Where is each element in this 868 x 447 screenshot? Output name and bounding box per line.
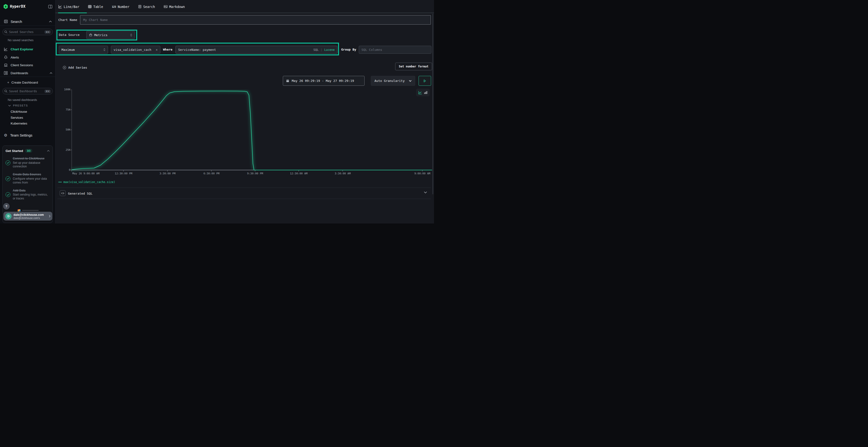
- saved-dashboards-input[interactable]: Saved Dashboards ⌘K: [2, 88, 53, 94]
- generated-sql-label: Generated SQL: [68, 192, 93, 195]
- calendar-icon: [286, 79, 289, 82]
- where-label: Where: [163, 48, 173, 51]
- hyperdx-logo-icon: [3, 4, 8, 9]
- sql-mode-toggle[interactable]: SQL: [313, 48, 319, 51]
- presets-label: PRESETS: [13, 104, 28, 107]
- y-axis-tick-label: 25K: [60, 148, 70, 151]
- divider: [57, 199, 431, 199]
- granularity-value: Auto Granularity: [374, 79, 405, 82]
- timeseries-plot[interactable]: [70, 90, 432, 173]
- select-chevrons-icon: [130, 34, 132, 36]
- get-started-item-add-data[interactable]: Add Data Start sending logs, metrics, or…: [5, 189, 50, 201]
- plus-circle-icon: [63, 66, 66, 69]
- create-dashboard-button[interactable]: + Create Dashboard: [7, 80, 38, 85]
- sidebar-section-search[interactable]: Search: [4, 18, 52, 25]
- metric-field-tag[interactable]: visa_validation_cach ×: [111, 46, 160, 54]
- saved-searches-input[interactable]: Saved Searches ⌘K: [2, 29, 53, 35]
- add-series-label: Add Series: [68, 66, 87, 69]
- tab-table[interactable]: Table: [88, 5, 103, 9]
- task-desc: Configure where your data comes from: [13, 177, 50, 185]
- chevron-up-icon[interactable]: [50, 72, 52, 74]
- tab-number[interactable]: 123 Number: [112, 5, 129, 9]
- number-123-icon: 123: [112, 5, 116, 8]
- help-button[interactable]: ?: [3, 203, 10, 209]
- shortcut-badge: ⌘K: [44, 30, 51, 34]
- y-axis-tick-label: 50K: [60, 128, 70, 131]
- tab-label: Markdown: [169, 5, 185, 9]
- get-started-item-datasources[interactable]: Create Data Sources Configure where your…: [5, 173, 50, 184]
- code-icon: [60, 190, 66, 196]
- task-desc: Set up your database connection: [13, 161, 50, 169]
- play-icon: [424, 79, 426, 82]
- tab-search[interactable]: Search: [138, 5, 155, 9]
- collapse-sidebar-icon[interactable]: [48, 5, 52, 8]
- where-value: ServiceName: payment: [178, 48, 216, 51]
- get-started-card: Get Started 3/3 Connect to ClickHouse Se…: [2, 145, 53, 223]
- line-chart-icon: [4, 47, 8, 51]
- x-axis-tick-label: 9:00:00 AM: [414, 172, 430, 175]
- granularity-select[interactable]: Auto Granularity: [371, 76, 415, 86]
- add-series-button[interactable]: Add Series: [63, 65, 87, 70]
- shortcut-badge: ⌘K: [44, 90, 51, 93]
- user-menu[interactable]: D dale@clickhouse.com dale@clickhouse.co…: [3, 212, 52, 220]
- data-source-value: Metrics: [94, 33, 107, 37]
- sidebar-item-label: Chart Explorer: [10, 47, 33, 51]
- tab-label: Table: [93, 5, 103, 9]
- user-email: dale@clickhouse.com: [13, 213, 44, 216]
- tab-label: Line/Bar: [64, 5, 79, 9]
- table-icon: [88, 5, 92, 8]
- group-by-placeholder: SQL Columns: [362, 48, 382, 51]
- run-query-button[interactable]: [418, 76, 431, 86]
- chart-name-input[interactable]: [80, 15, 431, 25]
- tab-label: Number: [118, 5, 129, 9]
- tab-label: Search: [143, 5, 155, 9]
- sidebar-item-client-sessions[interactable]: Client Sessions: [4, 62, 52, 68]
- avatar: D: [5, 213, 11, 219]
- set-number-format-button[interactable]: Set number format: [395, 63, 432, 70]
- tab-line-bar[interactable]: Line/Bar: [58, 5, 79, 9]
- chevron-up-icon[interactable]: [47, 150, 50, 152]
- data-source-select[interactable]: Metrics: [86, 31, 135, 39]
- task-title: Connect to ClickHouse: [13, 157, 50, 161]
- date-range-picker[interactable]: May 26 09:29:19 - May 27 09:29:19: [283, 76, 365, 86]
- chart-editor: Chart Name Data Source Metrics Maximum: [56, 13, 434, 224]
- chevron-down-icon[interactable]: [424, 192, 427, 194]
- get-started-item-connect[interactable]: Connect to ClickHouse Set up your databa…: [5, 157, 50, 169]
- no-saved-dashboards-text: No saved dashboards: [8, 98, 37, 102]
- preset-services[interactable]: Services: [10, 116, 23, 119]
- y-axis-tick-label: 100K: [60, 88, 70, 91]
- search-icon: [4, 30, 7, 33]
- hyperdx-app: HyperDX Search Saved Searches ⌘K No save…: [0, 0, 434, 224]
- where-input[interactable]: ServiceName: payment SQL | Lucene: [176, 46, 337, 54]
- divider: [57, 187, 431, 188]
- preset-clickhouse[interactable]: ClickHouse: [10, 110, 27, 113]
- chevron-up-icon[interactable]: [49, 21, 52, 23]
- journal-icon: [4, 20, 8, 23]
- metric-tag-label: visa_validation_cach: [114, 48, 151, 51]
- y-axis-tick-label: 0: [60, 168, 70, 171]
- divider: [0, 26, 55, 26]
- aggregation-value: Maximum: [61, 48, 75, 51]
- sidebar-item-dashboards[interactable]: Dashboards: [4, 70, 52, 76]
- partially-hidden-task-text: [22, 210, 38, 211]
- search-section-label: Search: [10, 20, 22, 24]
- sidebar-item-alerts[interactable]: Alerts: [4, 55, 52, 60]
- plus-icon: +: [7, 80, 9, 84]
- chevron-down-icon: [8, 105, 11, 106]
- group-by-input[interactable]: SQL Columns: [359, 46, 431, 54]
- sidebar-item-team-settings[interactable]: ⚙ Team Settings: [4, 133, 32, 138]
- sidebar-item-chart-explorer[interactable]: Chart Explorer: [4, 46, 52, 52]
- legend-series-name: max(visa_validation_cache.size): [63, 180, 115, 184]
- search-icon: [4, 90, 7, 93]
- close-icon[interactable]: ×: [156, 48, 158, 51]
- tab-markdown[interactable]: Markdown: [164, 5, 185, 9]
- gear-icon: ⚙: [4, 133, 7, 137]
- create-dashboard-label: Create Dashboard: [11, 81, 38, 84]
- presets-toggle[interactable]: PRESETS: [8, 104, 28, 107]
- preset-kubernetes[interactable]: Kubernetes: [10, 122, 27, 125]
- legend-swatch: [58, 182, 62, 182]
- aggregation-select[interactable]: Maximum: [59, 46, 108, 54]
- scrollbar[interactable]: [432, 14, 433, 194]
- lucene-mode-toggle[interactable]: Lucene: [324, 48, 335, 51]
- task-desc: Start sending logs, metrics, or traces: [13, 193, 50, 201]
